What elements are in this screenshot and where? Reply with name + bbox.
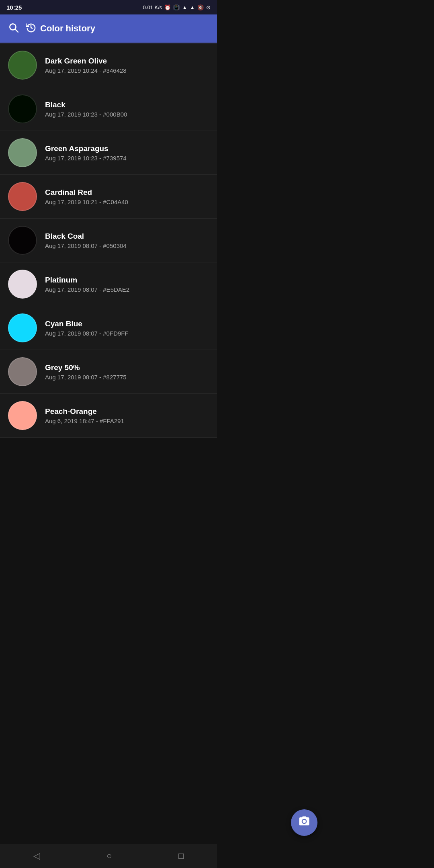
color-meta: Aug 17, 2019 10:23 - #739574 [45, 155, 209, 162]
color-info: Peach-OrangeAug 6, 2019 18:47 - #FFA291 [45, 407, 209, 424]
color-meta: Aug 17, 2019 08:07 - #E5DAE2 [45, 286, 209, 293]
color-info: PlatinumAug 17, 2019 08:07 - #E5DAE2 [45, 276, 209, 293]
color-info: Green AsparagusAug 17, 2019 10:23 - #739… [45, 144, 209, 162]
color-list-item[interactable]: Cyan BlueAug 17, 2019 08:07 - #0FD9FF [0, 306, 217, 350]
status-time: 10:25 [6, 4, 22, 11]
color-list: Dark Green OliveAug 17, 2019 10:24 - #34… [0, 43, 217, 438]
color-swatch [8, 94, 37, 123]
phone-icon: 📳 [173, 4, 180, 10]
color-info: Grey 50%Aug 17, 2019 08:07 - #827775 [45, 363, 209, 381]
color-swatch [8, 401, 37, 430]
alarm-icon: ⏰ [164, 4, 171, 10]
svg-line-1 [15, 29, 18, 32]
header-title-area: Color history [26, 22, 209, 35]
color-name: Black Coal [45, 232, 209, 241]
color-name: Peach-Orange [45, 407, 209, 416]
color-meta: Aug 17, 2019 08:07 - #0FD9FF [45, 330, 209, 337]
color-swatch [8, 226, 37, 255]
color-swatch [8, 270, 37, 299]
color-swatch [8, 313, 37, 342]
color-info: Cardinal RedAug 17, 2019 10:21 - #C04A40 [45, 188, 209, 205]
color-meta: Aug 6, 2019 18:47 - #FFA291 [45, 418, 209, 424]
color-list-item[interactable]: Dark Green OliveAug 17, 2019 10:24 - #34… [0, 43, 217, 87]
color-list-item[interactable]: BlackAug 17, 2019 10:23 - #000B00 [0, 87, 217, 131]
color-swatch [8, 182, 37, 211]
color-info: Dark Green OliveAug 17, 2019 10:24 - #34… [45, 57, 209, 74]
color-list-item[interactable]: Grey 50%Aug 17, 2019 08:07 - #827775 [0, 350, 217, 394]
network-speed: 0.01 K/s [143, 4, 162, 10]
color-info: Cyan BlueAug 17, 2019 08:07 - #0FD9FF [45, 319, 209, 337]
color-swatch [8, 51, 37, 80]
color-list-item[interactable]: PlatinumAug 17, 2019 08:07 - #E5DAE2 [0, 262, 217, 306]
color-name: Green Asparagus [45, 144, 209, 153]
battery-icon: ⊙ [206, 4, 211, 10]
status-right: 0.01 K/s ⏰ 📳 ▲ ▲ 🔇 ⊙ [143, 4, 211, 10]
color-list-item[interactable]: Green AsparagusAug 17, 2019 10:23 - #739… [0, 131, 217, 175]
color-meta: Aug 17, 2019 10:24 - #346428 [45, 67, 209, 74]
silent-icon: 🔇 [197, 4, 204, 10]
wifi-icon: ▲ [182, 4, 187, 10]
color-swatch [8, 138, 37, 167]
color-meta: Aug 17, 2019 08:07 - #827775 [45, 374, 209, 381]
color-name: Black [45, 100, 209, 109]
color-meta: Aug 17, 2019 10:21 - #C04A40 [45, 199, 209, 205]
search-icon[interactable] [8, 22, 18, 35]
history-icon [26, 22, 36, 35]
color-list-item[interactable]: Cardinal RedAug 17, 2019 10:21 - #C04A40 [0, 175, 217, 219]
page-title: Color history [40, 23, 95, 34]
color-name: Grey 50% [45, 363, 209, 372]
color-name: Cyan Blue [45, 319, 209, 328]
color-name: Dark Green Olive [45, 57, 209, 66]
color-name: Cardinal Red [45, 188, 209, 197]
color-info: BlackAug 17, 2019 10:23 - #000B00 [45, 100, 209, 118]
svg-point-0 [10, 24, 16, 30]
color-swatch [8, 357, 37, 386]
status-bar: 10:25 0.01 K/s ⏰ 📳 ▲ ▲ 🔇 ⊙ [0, 0, 217, 14]
color-meta: Aug 17, 2019 08:07 - #050304 [45, 242, 209, 249]
color-list-item[interactable]: Black CoalAug 17, 2019 08:07 - #050304 [0, 219, 217, 262]
color-meta: Aug 17, 2019 10:23 - #000B00 [45, 111, 209, 118]
app-header: Color history [0, 14, 217, 43]
color-info: Black CoalAug 17, 2019 08:07 - #050304 [45, 232, 209, 249]
color-name: Platinum [45, 276, 209, 285]
color-list-item[interactable]: Peach-OrangeAug 6, 2019 18:47 - #FFA291 [0, 394, 217, 438]
signal-icon: ▲ [190, 4, 195, 10]
